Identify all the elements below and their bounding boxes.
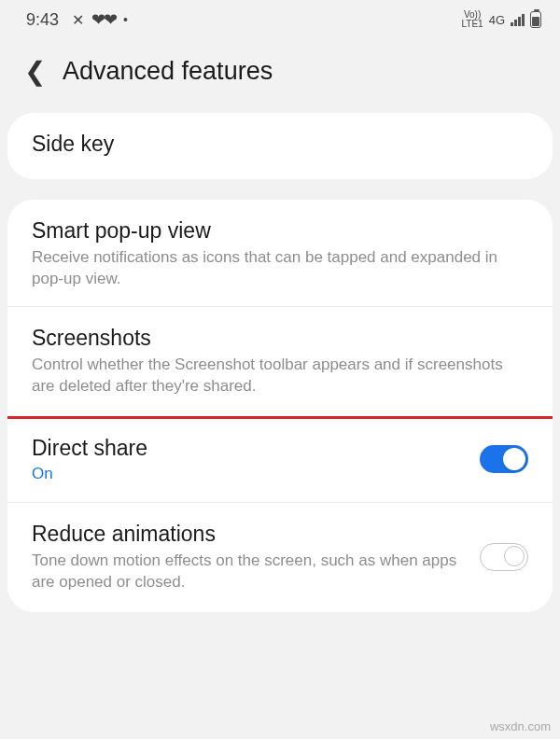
status-right: Vo)) LTE1 4G bbox=[461, 10, 541, 29]
direct-share-title: Direct share bbox=[32, 436, 463, 461]
direct-share-state: On bbox=[32, 465, 463, 483]
card-advanced-options: Smart pop-up view Receive notifications … bbox=[7, 200, 553, 612]
row-screenshots[interactable]: Screenshots Control whether the Screensh… bbox=[7, 306, 553, 419]
row-direct-share[interactable]: Direct share On bbox=[7, 416, 553, 502]
signal-icon bbox=[511, 13, 525, 26]
reduce-animations-title: Reduce animations bbox=[32, 522, 463, 547]
screenshots-title: Screenshots bbox=[32, 326, 528, 351]
network-gen: 4G bbox=[489, 13, 505, 27]
row-reduce-animations[interactable]: Reduce animations Tone down motion effec… bbox=[7, 502, 553, 612]
toggle-knob bbox=[503, 448, 525, 470]
row-smart-popup[interactable]: Smart pop-up view Receive notifications … bbox=[7, 200, 553, 309]
reduce-animations-toggle[interactable] bbox=[480, 543, 528, 571]
status-bar: 9:43 ✕ ❤︎❤︎ • Vo)) LTE1 4G bbox=[0, 0, 560, 35]
direct-share-toggle[interactable] bbox=[480, 445, 528, 473]
net-bottom: LTE1 bbox=[461, 20, 483, 29]
more-indicator-icon: • bbox=[123, 12, 128, 27]
screenshots-desc: Control whether the Screenshot toolbar a… bbox=[32, 355, 528, 397]
status-left: 9:43 ✕ ❤︎❤︎ • bbox=[26, 9, 128, 30]
row-side-key[interactable]: Side key bbox=[7, 113, 553, 179]
heart-icon: ❤︎❤︎ bbox=[91, 9, 116, 30]
smart-popup-title: Smart pop-up view bbox=[32, 218, 528, 244]
close-icon: ✕ bbox=[72, 11, 84, 29]
page-title: Advanced features bbox=[63, 57, 273, 86]
app-header: ❮ Advanced features bbox=[0, 35, 560, 113]
watermark: wsxdn.com bbox=[490, 719, 551, 733]
smart-popup-desc: Receive notifications as icons that can … bbox=[32, 247, 528, 290]
status-time: 9:43 bbox=[26, 10, 59, 30]
side-key-title: Side key bbox=[32, 132, 528, 157]
toggle-knob bbox=[504, 546, 525, 566]
back-icon[interactable]: ❮ bbox=[24, 56, 46, 87]
volte-indicator: Vo)) LTE1 bbox=[461, 10, 483, 29]
reduce-animations-desc: Tone down motion effects on the screen, … bbox=[32, 551, 463, 593]
card-side-key: Side key bbox=[7, 113, 553, 179]
battery-icon bbox=[530, 11, 541, 28]
